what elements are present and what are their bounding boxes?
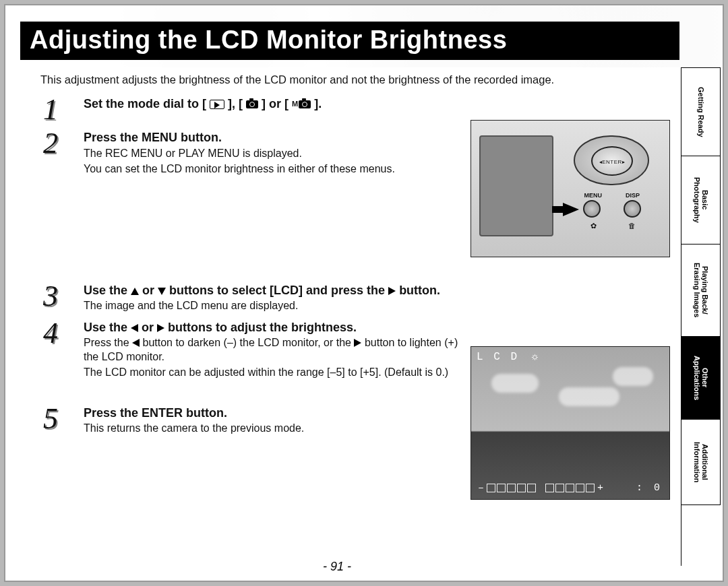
step-4-body-2: The LCD monitor can be adjusted within t… bbox=[84, 366, 475, 380]
step-3-body: The image and the LCD menu are displayed… bbox=[84, 299, 475, 313]
step-number-4: 44 bbox=[40, 317, 74, 351]
text: L C D bbox=[477, 351, 519, 363]
text: or bbox=[142, 321, 157, 334]
scale-boxes-left bbox=[487, 484, 536, 492]
text: ]. bbox=[314, 97, 322, 110]
cloud-decoration bbox=[559, 387, 619, 406]
svg-text:4: 4 bbox=[43, 317, 58, 350]
intro-text: This adjustment adjusts the brightness o… bbox=[40, 73, 667, 87]
left-arrow-icon bbox=[131, 324, 138, 332]
minus-label: – bbox=[478, 482, 484, 494]
plus-label: + bbox=[597, 482, 603, 494]
step-2-body-1: The REC MENU or PLAY MENU is displayed. bbox=[84, 147, 475, 161]
left-arrow-icon bbox=[132, 339, 140, 347]
tab-basic-photography[interactable]: BasicPhotography bbox=[681, 156, 721, 245]
step-4-heading: Use the or buttons to adjust the brightn… bbox=[84, 320, 667, 335]
menu-label: MENU bbox=[584, 192, 603, 199]
camera-mode-icon bbox=[246, 100, 258, 108]
scale-boxes-right bbox=[545, 484, 595, 492]
text: Use the bbox=[84, 321, 131, 334]
right-arrow-icon bbox=[157, 324, 164, 332]
step-number-1: 11 bbox=[40, 94, 74, 127]
step-number-3: 33 bbox=[40, 280, 74, 314]
section-tabs: Getting Ready BasicPhotography Playing B… bbox=[681, 67, 720, 566]
manual-camera-mode-icon bbox=[299, 100, 311, 108]
step-3-heading: Use the or buttons to select [LCD] and p… bbox=[84, 283, 609, 298]
tab-additional-information[interactable]: AdditionalInformation bbox=[681, 419, 721, 505]
tab-label: Playing Back/Erasing Images bbox=[692, 263, 708, 317]
step-4-body-1: Press the button to darken (–) the LCD m… bbox=[84, 336, 475, 364]
cloud-decoration bbox=[491, 374, 539, 393]
tab-playing-back[interactable]: Playing Back/Erasing Images bbox=[681, 244, 721, 337]
macro-icon: ✿ bbox=[590, 222, 597, 230]
camera-lcd bbox=[479, 135, 553, 236]
step-5-body: This returns the camera to the previous … bbox=[84, 422, 475, 436]
disp-button bbox=[624, 200, 641, 218]
text: button. bbox=[399, 284, 440, 297]
camera-back-illustration: ◂ENTER▸ MENU DISP ✿ 🗑 bbox=[471, 120, 670, 257]
pointer-arrow-icon bbox=[563, 203, 579, 216]
brightness-scale: – + : 0 bbox=[478, 482, 663, 494]
trash-icon: 🗑 bbox=[628, 222, 636, 230]
tab-label: OtherApplications bbox=[692, 356, 708, 400]
brightness-value: : 0 bbox=[636, 482, 663, 494]
text: Press the bbox=[84, 337, 132, 348]
text: button to darken (–) the LCD monitor, or… bbox=[142, 337, 354, 348]
tab-label: AdditionalInformation bbox=[692, 442, 708, 483]
lcd-brightness-preview: L C D ☼ – + : 0 bbox=[471, 346, 670, 500]
tab-label: BasicPhotography bbox=[692, 177, 708, 223]
text: Use the bbox=[84, 284, 131, 297]
enter-button: ◂ENTER▸ bbox=[591, 146, 633, 176]
step-2-body-2: You can set the LCD monitor brightness i… bbox=[84, 162, 475, 176]
svg-text:3: 3 bbox=[42, 280, 58, 313]
manual-m-label: M bbox=[292, 100, 298, 108]
page-title: Adjusting the LCD Monitor Brightness bbox=[20, 22, 679, 60]
lcd-title: L C D ☼ bbox=[477, 351, 540, 363]
text: buttons to select [LCD] and press the bbox=[169, 284, 388, 297]
right-arrow-icon bbox=[354, 339, 361, 347]
svg-text:2: 2 bbox=[43, 127, 58, 160]
svg-text:5: 5 bbox=[43, 403, 58, 435]
step-1-heading: Set the mode dial to [ ], [ ] or [ M ]. bbox=[84, 96, 667, 112]
content-area: This adjustment adjusts the brightness o… bbox=[34, 73, 667, 546]
tab-getting-ready[interactable]: Getting Ready bbox=[681, 67, 721, 156]
playback-mode-icon bbox=[210, 100, 224, 109]
text: buttons to adjust the brightness. bbox=[168, 321, 357, 334]
page-number: - 91 - bbox=[0, 560, 674, 574]
disp-label: DISP bbox=[626, 192, 640, 199]
step-number-2: 22 bbox=[40, 127, 74, 161]
cloud-decoration bbox=[613, 367, 653, 386]
menu-button bbox=[583, 200, 601, 218]
text: or bbox=[142, 284, 158, 297]
tab-label: Getting Ready bbox=[696, 87, 704, 137]
text: Set the mode dial to [ bbox=[84, 97, 210, 110]
text: ], [ bbox=[228, 97, 246, 110]
brightness-icon: ☼ bbox=[532, 351, 541, 363]
step-3: 33 Use the or buttons to select [LCD] an… bbox=[40, 283, 667, 313]
step-number-5: 55 bbox=[40, 403, 74, 436]
tab-other-applications[interactable]: OtherApplications bbox=[681, 336, 721, 420]
svg-text:1: 1 bbox=[43, 94, 58, 126]
right-arrow-icon bbox=[388, 287, 396, 295]
text: ] or [ bbox=[262, 97, 292, 110]
control-pad: ◂ENTER▸ bbox=[574, 135, 649, 185]
up-arrow-icon bbox=[131, 288, 139, 295]
down-arrow-icon bbox=[158, 288, 166, 295]
